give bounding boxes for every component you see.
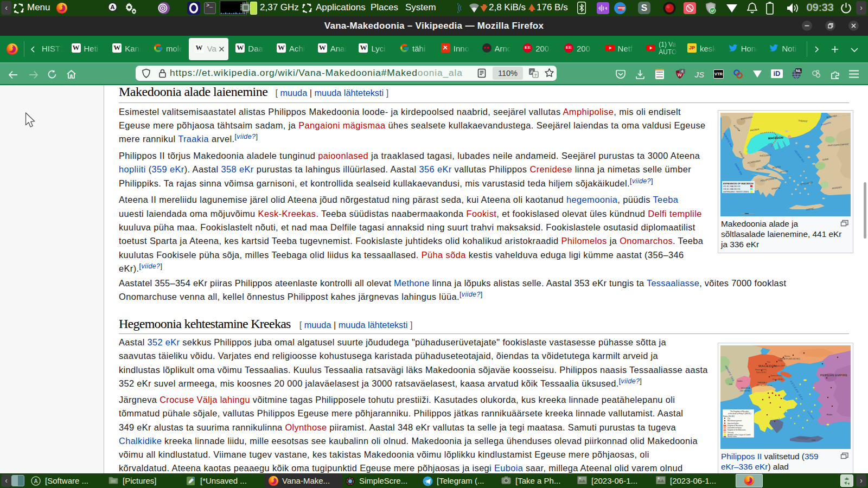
svg-text:Potidea (356 BC): Potidea (356 BC)	[773, 378, 783, 381]
svg-text:Important battles: Important battles	[727, 422, 739, 425]
svg-text:Pella: Pella	[767, 361, 770, 363]
svg-text:MACEDON: MACEDON	[758, 364, 776, 368]
svg-text:at the death of Philip II (336: at the death of Philip II (336 BC)	[728, 413, 751, 415]
svg-text:Delfi: Delfi	[729, 383, 732, 386]
svg-text:MOLOSSIA: MOLOSSIA	[741, 387, 751, 389]
svg-text:NL: NL	[796, 68, 801, 73]
svg-text:A: A	[110, 4, 114, 10]
svg-text:Crete: Crete	[812, 439, 816, 441]
svg-text:336 BC MACEDON: 336 BC MACEDON	[723, 188, 741, 190]
svg-text:4: 4	[681, 69, 684, 74]
svg-text:(352 BC) at Larissa: (352 BC) at Larissa	[756, 384, 772, 387]
svg-text:DEPENDENT TERRITORIES: DEPENDENT TERRITORIES	[723, 191, 749, 193]
svg-text:A: A	[34, 478, 37, 484]
svg-text:Olynthus (348 BC): Olynthus (348 BC)	[770, 375, 782, 377]
svg-text:Macedonian garrison: Macedonian garrison	[727, 420, 742, 422]
svg-text:Rhodes: Rhodes	[827, 414, 833, 416]
svg-text:City: City	[727, 418, 730, 420]
svg-text:(343-342 BC): (343-342 BC)	[740, 390, 750, 392]
svg-text:PERSIAN EMPIRE: PERSIAN EMPIRE	[820, 374, 847, 377]
svg-text:THRACE (343-342 BC): THRACE (343-342 BC)	[780, 358, 800, 360]
svg-text:Sudeta: Sudeta	[737, 380, 743, 382]
svg-text:Maronea: Maronea	[784, 355, 790, 357]
svg-text:431 BC MACEDON: 431 BC MACEDON	[723, 185, 741, 188]
svg-text:EXPANSION OF MACEDON: EXPANSION OF MACEDON	[723, 182, 754, 185]
svg-text:?: ?	[534, 73, 537, 78]
svg-text:Methone (354 BC): Methone (354 BC)	[755, 369, 767, 371]
svg-text:Neutral states: Neutral states	[727, 435, 737, 438]
svg-text:THESSALY: THESSALY	[757, 382, 767, 384]
svg-text:.co: .co	[622, 8, 626, 11]
svg-text:Pydna (356 BC): Pydna (356 BC)	[756, 371, 767, 374]
